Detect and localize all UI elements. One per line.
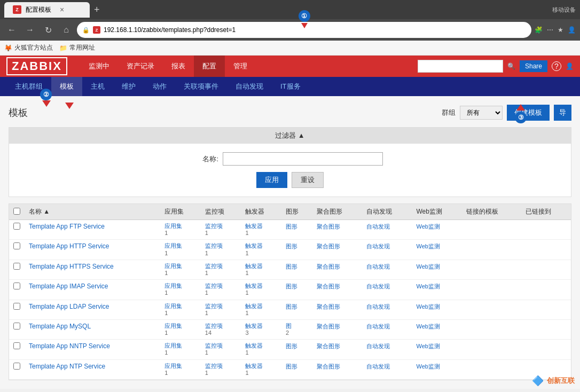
template-name-link-4[interactable]: Template App LDAP Service [29, 303, 109, 310]
nav-config[interactable]: 配置 [194, 56, 225, 77]
appset-link-4[interactable]: 应用集1 [164, 303, 197, 317]
subnav-itservice[interactable]: IT服务 [272, 77, 309, 96]
appset-link-6[interactable]: 应用集1 [164, 342, 197, 356]
apply-filter-button[interactable]: 应用 [256, 172, 287, 188]
appset-link-1[interactable]: 应用集1 [164, 242, 197, 256]
subnav-correlation[interactable]: 关联项事件 [175, 77, 227, 96]
monitor-link-7[interactable]: 监控项1 [205, 363, 237, 377]
aggregate-link-4[interactable]: 聚合图形 [317, 303, 340, 310]
aggregate-link-7[interactable]: 聚合图形 [317, 363, 340, 370]
row-checkbox-4[interactable] [13, 303, 20, 310]
aggregate-link-5[interactable]: 聚合图形 [317, 323, 340, 330]
aggregate-link-0[interactable]: 聚合图形 [317, 223, 340, 230]
autodiscover-link-3[interactable]: 自动发现 [366, 283, 390, 289]
monitor-link-2[interactable]: 监控项1 [205, 263, 237, 277]
refresh-button[interactable]: ↻ [41, 22, 56, 37]
subnav-template[interactable]: 模板 [51, 77, 82, 96]
graph-link-0[interactable]: 图形 [286, 223, 297, 230]
trigger-link-5[interactable]: 触发器3 [245, 323, 277, 336]
webcheck-link-6[interactable]: Web监测 [416, 343, 440, 349]
aggregate-link-6[interactable]: 聚合图形 [317, 343, 340, 349]
template-name-link-1[interactable]: Template App HTTP Service [29, 242, 109, 250]
bookmark-firefox[interactable]: 🦊 火狐官方站点 [4, 43, 53, 52]
subnav-autodiscover[interactable]: 自动发现 [227, 77, 272, 96]
search-icon[interactable]: 🔍 [507, 62, 515, 70]
autodiscover-link-0[interactable]: 自动发现 [366, 223, 390, 230]
subnav-maintenance[interactable]: 维护 [113, 77, 144, 96]
forward-button[interactable]: → [22, 22, 37, 37]
monitor-link-6[interactable]: 监控项1 [205, 342, 237, 356]
import-button[interactable]: 导 [554, 105, 571, 121]
home-button[interactable]: ⌂ [59, 22, 74, 37]
webcheck-link-2[interactable]: Web监测 [416, 263, 440, 270]
back-button[interactable]: ← [4, 22, 19, 37]
appset-link-5[interactable]: 应用集1 [164, 323, 197, 336]
graph-link-2[interactable]: 图形 [286, 263, 297, 270]
active-tab[interactable]: Z 配置模板 × [4, 2, 90, 18]
nav-monitor[interactable]: 监测中 [80, 56, 118, 77]
select-all-checkbox[interactable] [13, 208, 20, 215]
filter-name-input[interactable] [223, 152, 383, 166]
monitor-link-3[interactable]: 监控项1 [205, 283, 237, 296]
create-template-button[interactable]: 创建模板 [507, 105, 550, 121]
row-checkbox-6[interactable] [13, 342, 20, 349]
group-select[interactable]: 所有 [460, 106, 503, 120]
autodiscover-link-4[interactable]: 自动发现 [366, 303, 390, 310]
row-checkbox-0[interactable] [13, 223, 20, 230]
appset-link-2[interactable]: 应用集1 [164, 263, 197, 277]
graph-link-7[interactable]: 图形 [286, 363, 297, 370]
more-icon[interactable]: ⋯ [547, 26, 553, 34]
webcheck-link-0[interactable]: Web监测 [416, 223, 440, 230]
subnav-action[interactable]: 动作 [144, 77, 175, 96]
help-icon[interactable]: ? [552, 61, 561, 71]
trigger-link-4[interactable]: 触发器1 [245, 303, 277, 317]
user-icon[interactable]: 👤 [566, 62, 574, 70]
appset-link-3[interactable]: 应用集1 [164, 283, 197, 296]
graph-link-4[interactable]: 图形 [286, 303, 297, 310]
aggregate-link-1[interactable]: 聚合图形 [317, 243, 340, 249]
row-checkbox-1[interactable] [13, 242, 20, 249]
template-name-link-3[interactable]: Template App IMAP Service [29, 283, 108, 290]
share-button[interactable]: Share [520, 60, 547, 72]
webcheck-link-5[interactable]: Web监测 [416, 323, 440, 330]
graph-link-1[interactable]: 图形 [286, 243, 297, 249]
trigger-link-1[interactable]: 触发器1 [245, 242, 277, 256]
webcheck-link-3[interactable]: Web监测 [416, 283, 440, 289]
trigger-link-0[interactable]: 触发器1 [245, 223, 277, 237]
graph-link-6[interactable]: 图形 [286, 343, 297, 349]
template-name-link-7[interactable]: Template App NTP Service [29, 363, 105, 370]
row-checkbox-7[interactable] [13, 363, 20, 370]
aggregate-link-3[interactable]: 聚合图形 [317, 283, 340, 289]
filter-toggle[interactable]: 过滤器 ▲ [9, 128, 571, 144]
autodiscover-link-2[interactable]: 自动发现 [366, 263, 390, 270]
template-name-link-0[interactable]: Template App FTP Service [29, 223, 105, 230]
trigger-link-6[interactable]: 触发器1 [245, 342, 277, 356]
trigger-link-3[interactable]: 触发器1 [245, 283, 277, 296]
template-name-link-2[interactable]: Template App HTTPS Service [29, 263, 114, 270]
webcheck-link-7[interactable]: Web监测 [416, 363, 440, 370]
global-search-input[interactable] [418, 60, 503, 73]
monitor-link-0[interactable]: 监控项1 [205, 223, 237, 237]
col-name[interactable]: 名称 ▲ [25, 204, 160, 220]
row-checkbox-2[interactable] [13, 263, 20, 270]
autodiscover-link-5[interactable]: 自动发现 [366, 323, 390, 330]
new-tab-button[interactable]: + [94, 4, 100, 15]
appset-link-0[interactable]: 应用集1 [164, 223, 197, 237]
graph-link-5[interactable]: 图2 [286, 323, 308, 336]
bookmark-common[interactable]: 📁 常用网址 [59, 43, 95, 52]
appset-link-7[interactable]: 应用集1 [164, 363, 197, 377]
template-name-link-6[interactable]: Template App NNTP Service [29, 342, 110, 350]
autodiscover-link-7[interactable]: 自动发现 [366, 363, 390, 370]
row-checkbox-5[interactable] [13, 323, 20, 330]
monitor-link-1[interactable]: 监控项1 [205, 242, 237, 256]
aggregate-link-2[interactable]: 聚合图形 [317, 263, 340, 270]
nav-report[interactable]: 报表 [163, 56, 194, 77]
subnav-host[interactable]: 主机 [82, 77, 113, 96]
template-name-link-5[interactable]: Template App MySQL [29, 323, 91, 330]
nav-admin[interactable]: 管理 [225, 56, 256, 77]
monitor-link-5[interactable]: 监控项14 [205, 323, 237, 336]
autodiscover-link-1[interactable]: 自动发现 [366, 243, 390, 249]
tab-close-button[interactable]: × [60, 5, 64, 14]
trigger-link-7[interactable]: 触发器1 [245, 363, 277, 377]
address-input[interactable] [104, 26, 526, 34]
